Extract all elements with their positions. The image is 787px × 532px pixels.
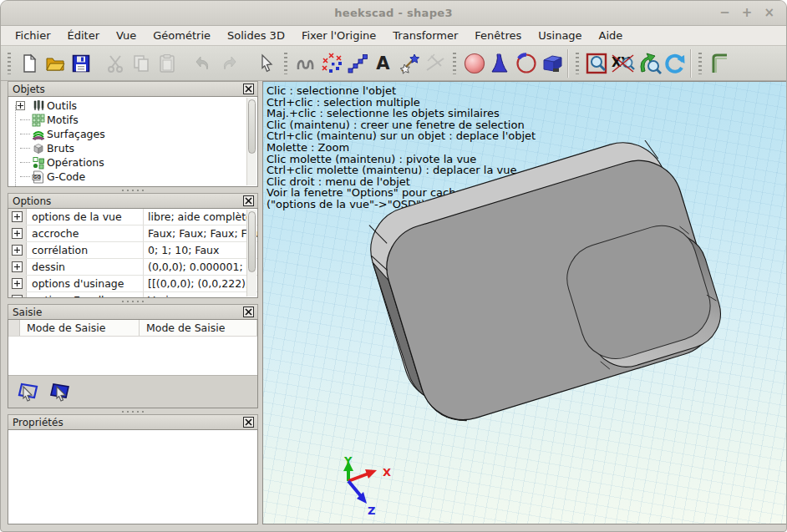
tree-item-outils[interactable]: Outils [13,99,257,113]
undo-arrow-icon [193,53,213,73]
option-value[interactable]: (0,0,0); 0.000001; 0. [144,259,257,275]
toolbar-grip[interactable] [576,53,579,74]
expand-plus-icon[interactable] [12,261,23,272]
tree-item-bruts[interactable]: Bruts [13,141,257,155]
zoom-xy-button[interactable]: XY [610,50,636,76]
select-mode-outline-button[interactable] [15,380,40,403]
pane-splitter[interactable] [8,298,258,304]
saisie-pane-title: Saisie [13,307,42,318]
close-button[interactable]: × [764,7,774,19]
save-button[interactable] [68,50,94,76]
expand-plus-icon[interactable] [16,101,25,110]
objets-scrollbar[interactable] [246,98,256,185]
menu-aide[interactable]: Aide [592,27,631,44]
zoom-window-button[interactable] [584,50,610,76]
option-row-usinage[interactable]: options d'usinage [[(0,0,0); (0,0,222); … [8,276,257,292]
select-mode-button[interactable] [253,50,279,76]
magic-wand-icon [399,53,420,74]
cut-button[interactable] [102,50,128,76]
copy-button[interactable] [128,50,154,76]
minimize-button[interactable]: − [719,7,730,19]
option-value[interactable]: [[(0,0,0); (0,0,222); ( [144,276,257,291]
close-icon [245,197,252,205]
magic-wand-button[interactable] [396,50,422,76]
option-value[interactable]: libre; aide complète; [144,209,257,225]
cone-button[interactable] [487,50,513,76]
cursor-box-filled-icon [48,382,70,402]
dimension-button[interactable] [422,50,448,76]
toolbar-grip[interactable] [698,53,702,74]
text-button[interactable]: A [370,50,396,76]
zoom-rotate-button[interactable] [636,50,662,76]
options-close-button[interactable] [243,195,254,206]
solid-block-button[interactable] [539,50,565,76]
expand-plus-icon[interactable] [12,228,23,239]
corner-line-button[interactable] [707,50,733,76]
objets-close-button[interactable] [243,84,254,94]
redraw-button[interactable] [662,50,688,76]
maximize-button[interactable]: + [742,7,753,19]
titlebar[interactable]: heekscad - shape3 − + × [1,1,786,26]
expand-plus-icon[interactable] [12,278,23,289]
menu-fixer-origine[interactable]: Fixer l'Origine [294,27,383,44]
pane-splitter[interactable] [8,408,258,414]
objets-tree: Outils Motifs [8,96,258,187]
menu-vue[interactable]: Vue [109,27,144,44]
tree-item-motifs[interactable]: Motifs [13,113,257,127]
option-row-vue[interactable]: options de la vue libre; aide complète; [8,209,257,225]
axis-y-label: Y [343,456,353,467]
toolbar-grip[interactable] [8,53,11,74]
toolbar-separator [567,49,568,78]
sphere-button[interactable] [461,50,487,76]
saisie-column-2[interactable]: Mode de Saisie [140,320,257,336]
sketch-button[interactable] [292,50,318,76]
menu-solides-3d[interactable]: Solides 3D [220,27,292,44]
select-mode-filled-button[interactable] [47,380,72,403]
proprietes-close-button[interactable] [243,417,254,428]
menu-geometrie[interactable]: Géométrie [145,27,218,44]
expand-plus-icon[interactable] [12,295,23,298]
solid-shape3[interactable] [343,140,752,474]
torus-button[interactable] [513,50,539,76]
option-value[interactable]: Faux; Faux; Faux; Fau [144,225,257,241]
tree-item-surfacages[interactable]: Surfaçages [13,127,257,141]
new-file-button[interactable] [16,50,42,76]
scrollbar-thumb[interactable] [248,99,256,154]
option-value[interactable]: 0; 1; 10; Faux [144,242,257,258]
toolbar-grip[interactable] [284,53,287,74]
option-value[interactable]: Vrai [144,292,257,298]
pane-splitter[interactable] [8,187,258,193]
dimension-icon [424,53,446,74]
menu-fenetres[interactable]: Fenêtres [467,27,529,44]
paste-button[interactable] [154,50,180,76]
tree-item-partial[interactable] [13,184,257,187]
option-row-correlation[interactable]: corrélation 0; 1; 10; Faux [8,242,257,259]
menu-editer[interactable]: Éditer [60,27,108,44]
tree-item-gcode[interactable]: GO G-Code [13,170,257,184]
menu-fichier[interactable]: Fichier [8,27,58,44]
option-row-excellon[interactable]: options Excellon Vrai [8,292,257,298]
expand-plus-icon[interactable] [12,245,23,256]
options-scrollbar[interactable] [246,210,256,296]
tree-item-operations[interactable]: Opérations [13,155,257,170]
toolbar-grip[interactable] [453,53,456,74]
line-points-button[interactable] [344,50,370,76]
expand-plus-icon[interactable] [12,211,23,222]
spline-points-button[interactable] [318,50,344,76]
menu-transformer[interactable]: Transformer [385,27,465,44]
gcode-icon-label: GO [33,175,41,180]
option-row-accroche[interactable]: accroche Faux; Faux; Faux; Fau [8,225,257,242]
open-file-button[interactable] [42,50,68,76]
redo-button[interactable] [216,50,241,76]
option-row-dessin[interactable]: dessin (0,0,0); 0.000001; 0. [8,259,257,276]
cut-scissors-icon [105,53,125,73]
axis-z-label: Z [368,504,375,517]
viewport-3d[interactable]: Clic : selectionne l'objet Ctrl+clic : s… [262,81,786,524]
saisie-column-1[interactable]: Mode de Saisie [20,320,140,336]
menu-usinage[interactable]: Usinage [531,27,589,44]
sketch-curve-icon [295,53,317,73]
saisie-close-button[interactable] [243,307,254,317]
undo-button[interactable] [190,50,216,76]
saisie-pane-header: Saisie [8,304,258,319]
scrollbar-thumb[interactable] [248,211,256,272]
